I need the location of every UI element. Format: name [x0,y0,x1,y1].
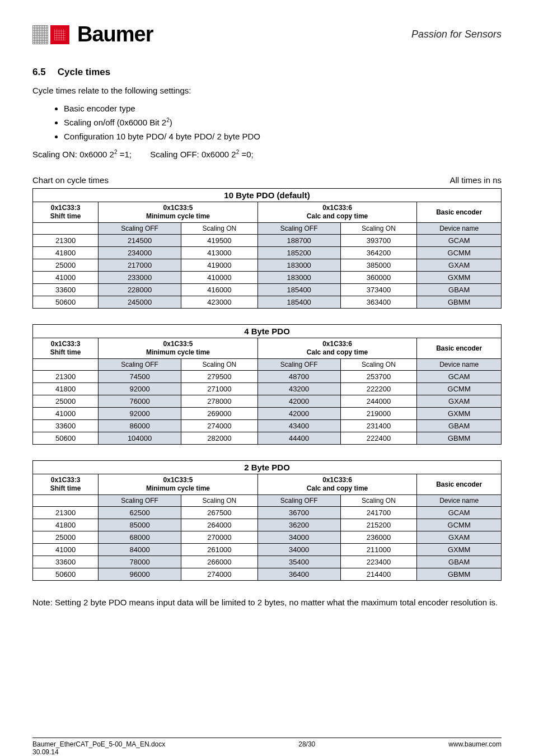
cell-min-off: 62500 [99,507,181,519]
col-header: 0x1C33:5Minimum cycle time [99,474,258,495]
cell-min-off: 85000 [99,519,181,531]
cell-device: GXAM [417,259,502,272]
cell-calc-on: 223400 [340,556,417,568]
cell-calc-on: 211000 [340,544,417,556]
table-row: 50600 96000 274000 36400 214400 GBMM [33,568,502,581]
footer-right: www.baumer.com [448,740,502,756]
cell-shift: 41000 [33,408,99,420]
cell-calc-off: 188700 [257,235,340,247]
cell-shift: 50600 [33,568,99,581]
cell-device: GBAM [417,420,502,432]
cell-min-on: 261000 [181,544,258,556]
cell-device: GCMM [417,247,502,259]
cell-calc-on: 244000 [340,395,417,408]
cell-calc-on: 215200 [340,519,417,531]
cell-shift: 41000 [33,544,99,556]
sub-header: Scaling ON [340,359,417,371]
cell-min-on: 271000 [181,383,258,395]
section-title: Cycle times [58,67,111,77]
cell-min-off: 74500 [99,371,181,383]
cell-shift: 33600 [33,420,99,432]
cell-device: GCMM [417,383,502,395]
cell-min-on: 274000 [181,568,258,581]
cell-min-off: 76000 [99,395,181,408]
col-header: 0x1C33:6Calc and copy time [257,474,417,495]
cell-min-on: 419500 [181,235,258,247]
cell-min-on: 269000 [181,408,258,420]
cell-min-on: 279500 [181,371,258,383]
cycle-times-table: 2 Byte PDO 0x1C33:3Shift time 0x1C33:5Mi… [32,460,502,581]
cell-min-off: 228000 [99,284,181,296]
cell-device: GXMM [417,272,502,284]
cell-calc-off: 183000 [257,272,340,284]
cell-min-off: 234000 [99,247,181,259]
cell-calc-off: 43400 [257,420,340,432]
cell-shift: 21300 [33,507,99,519]
table-row: 50600 245000 423000 185400 363400 GBMM [33,296,502,309]
cell-min-on: 419000 [181,259,258,272]
cell-calc-off: 34000 [257,544,340,556]
cycle-times-table: 4 Byte PDO 0x1C33:3Shift time 0x1C33:5Mi… [32,324,502,445]
brand-square-icon [32,25,69,44]
cell-min-on: 413000 [181,247,258,259]
cell-shift: 25000 [33,259,99,272]
col-header: 0x1C33:3Shift time [33,338,99,359]
cell-min-off: 92000 [99,383,181,395]
tagline: Passion for Sensors [411,29,502,40]
cell-calc-on: 236000 [340,531,417,544]
cell-min-on: 416000 [181,284,258,296]
cell-shift: 21300 [33,371,99,383]
cell-min-off: 68000 [99,531,181,544]
cell-min-on: 270000 [181,531,258,544]
sub-header: Scaling ON [340,223,417,235]
cell-calc-on: 363400 [340,296,417,309]
cell-device: GBMM [417,568,502,581]
cell-calc-on: 385000 [340,259,417,272]
table-row: 21300 74500 279500 48700 253700 GCAM [33,371,502,383]
superscript: 2 [166,117,170,123]
chart-caption-left: Chart on cycle times [32,175,109,185]
cell-min-on: 282000 [181,432,258,445]
logo: Baumer [32,22,153,46]
table-row: 41800 85000 264000 36200 215200 GCMM [33,519,502,531]
table-title: 4 Byte PDO [33,325,502,338]
cell-device: GXMM [417,408,502,420]
cell-min-on: 423000 [181,296,258,309]
cell-calc-off: 185400 [257,296,340,309]
footer-center: 28/30 [298,740,315,756]
cell-calc-on: 219000 [340,408,417,420]
cell-calc-on: 222400 [340,432,417,445]
col-header: Basic encoder [417,338,502,359]
cell-calc-off: 36400 [257,568,340,581]
cell-calc-off: 42000 [257,408,340,420]
col-header: Basic encoder [417,202,502,223]
cell-device: GXAM [417,395,502,408]
col-header: 0x1C33:6Calc and copy time [257,338,417,359]
cell-calc-on: 222200 [340,383,417,395]
sub-header: Scaling ON [340,495,417,507]
cell-min-on: 278000 [181,395,258,408]
cell-min-off: 233000 [99,272,181,284]
sub-header: Scaling OFF [99,359,181,371]
cell-shift: 50600 [33,432,99,445]
col-header: Basic encoder [417,474,502,495]
cell-device: GBMM [417,296,502,309]
chart-caption-row: Chart on cycle times All times in ns [32,175,502,185]
cell-shift: 21300 [33,235,99,247]
sub-header: Scaling ON [181,223,258,235]
cell-device: GBAM [417,284,502,296]
cell-min-off: 104000 [99,432,181,445]
cell-min-off: 96000 [99,568,181,581]
list-item: Scaling on/off (0x6000 Bit 22) [64,116,502,129]
section-heading: 6.5 Cycle times [32,67,502,78]
cell-calc-off: 185400 [257,284,340,296]
table-row: 25000 217000 419000 183000 385000 GXAM [33,259,502,272]
cell-min-off: 92000 [99,408,181,420]
cell-min-off: 245000 [99,296,181,309]
sub-header: Scaling OFF [257,495,340,507]
table-title: 10 Byte PDO (default) [33,189,502,202]
cell-calc-off: 185200 [257,247,340,259]
page-footer: Baumer_EtherCAT_PoE_5-00_MA_EN.docx 30.0… [32,738,502,756]
footer-left: Baumer_EtherCAT_PoE_5-00_MA_EN.docx 30.0… [32,740,165,756]
col-header: 0x1C33:6Calc and copy time [257,202,417,223]
